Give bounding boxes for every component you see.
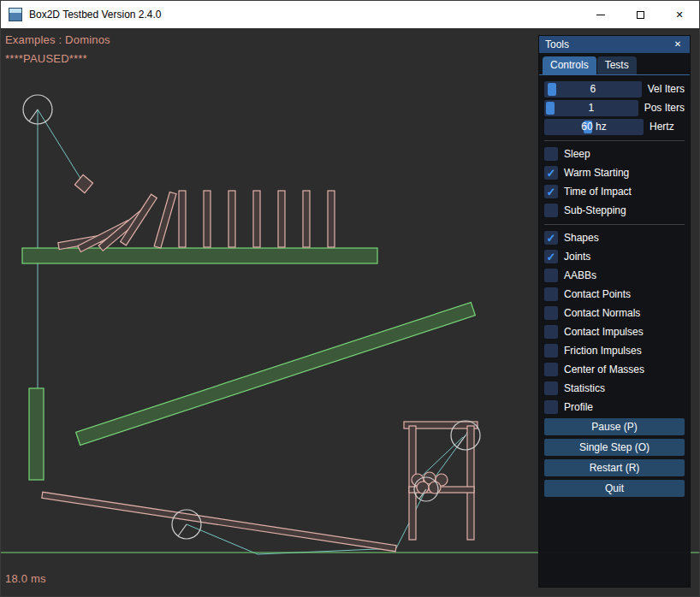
checkbox-center-of-masses[interactable]: ✓ Center of Masses [544, 361, 685, 378]
domino[interactable] [253, 191, 260, 247]
app-window: Box2D Testbed Version 2.4.0 ✕ [0, 0, 700, 597]
panel-title: Tools [545, 38, 569, 50]
quit-button[interactable]: Quit [544, 480, 685, 497]
ball[interactable] [429, 482, 441, 494]
restart-button[interactable]: Restart (R) [544, 459, 685, 476]
titlebar[interactable]: Box2D Testbed Version 2.4.0 ✕ [1, 1, 699, 28]
checkbox-contact-points[interactable]: ✓ Contact Points [544, 286, 685, 303]
domino[interactable] [228, 191, 235, 247]
tab-controls[interactable]: Controls [543, 56, 596, 74]
checkbox-box: ✓ [544, 185, 558, 198]
platform-shelf [22, 248, 377, 263]
pos-iters-value: 1 [544, 100, 638, 116]
domino[interactable] [303, 191, 310, 247]
checkbox-label: Contact Normals [564, 307, 640, 319]
checkbox-box: ✓ [544, 381, 558, 395]
vel-iters-slider[interactable]: 6 [544, 81, 642, 98]
checkbox-label: Sub-Stepping [564, 204, 626, 216]
seesaw-plank[interactable] [42, 492, 396, 551]
checkbox-contact-impulses[interactable]: ✓ Contact Impulses [544, 323, 685, 340]
tools-panel-header[interactable]: Tools ✕ [539, 36, 690, 53]
checkbox-label: Sleep [564, 148, 590, 160]
checkbox-profile[interactable]: ✓ Profile [544, 399, 685, 416]
hertz-label: Hertz [650, 121, 674, 133]
frame-right-post[interactable] [467, 426, 474, 540]
checkbox-aabbs[interactable]: ✓ AABBs [544, 267, 685, 284]
checkbox-label: Friction Impulses [564, 345, 642, 357]
checkbox-shapes[interactable]: ✓ Shapes [544, 229, 685, 246]
checkbox-label: AABBs [564, 269, 596, 281]
pos-iters-slider[interactable]: 1 [544, 100, 638, 116]
checkbox-label: Time of Impact [564, 186, 632, 198]
vertical-block [29, 388, 44, 480]
domino-fallen[interactable] [121, 194, 157, 245]
paused-status: ****PAUSED**** [5, 52, 87, 65]
checkbox-box: ✓ [544, 269, 558, 282]
domino[interactable] [328, 191, 335, 247]
simulation-canvas[interactable]: Examples : Dominos ****PAUSED**** 18.0 m… [1, 28, 699, 596]
single-step-button[interactable]: Single Step (O) [544, 439, 685, 456]
checkbox-label: Center of Masses [564, 364, 644, 375]
checkbox-label: Contact Impulses [564, 326, 644, 338]
close-icon: ✕ [675, 10, 683, 20]
checkbox-box: ✓ [544, 287, 558, 301]
check-icon: ✓ [547, 168, 556, 179]
checkbox-label: Joints [564, 251, 590, 263]
domino[interactable] [204, 191, 211, 247]
hertz-slider[interactable]: 60 hz [544, 119, 644, 135]
checkbox-friction-impulses[interactable]: ✓ Friction Impulses [544, 342, 685, 359]
close-button[interactable]: ✕ [660, 1, 699, 28]
vel-iters-row: 6 Vel Iters [544, 80, 685, 98]
separator [544, 140, 685, 141]
hertz-value: 60 hz [544, 119, 644, 135]
pos-iters-label: Pos Iters [644, 102, 685, 114]
maximize-button[interactable] [620, 1, 660, 28]
tools-panel: Tools ✕ Controls Tests 6 Vel Iters [538, 35, 691, 588]
checkbox-box: ✓ [544, 250, 558, 263]
check-icon: ✓ [547, 251, 556, 263]
ball[interactable] [417, 482, 429, 494]
checkbox-warm-starting[interactable]: ✓ Warm Starting [544, 164, 685, 181]
checkbox-joints[interactable]: ✓ Joints [544, 248, 685, 265]
checkbox-label: Shapes [564, 232, 599, 244]
checkbox-box: ✓ [544, 231, 558, 245]
minimize-button[interactable] [581, 1, 620, 28]
checkbox-box: ✓ [544, 363, 558, 376]
domino[interactable] [278, 191, 285, 247]
checkbox-statistics[interactable]: ✓ Statistics [544, 380, 685, 397]
app-icon [9, 8, 22, 21]
checkbox-box: ✓ [544, 204, 558, 217]
vel-iters-label: Vel Iters [648, 83, 685, 95]
checkbox-box: ✓ [544, 306, 558, 320]
checkbox-sleep[interactable]: ✓ Sleep [544, 145, 685, 163]
window-controls: ✕ [581, 1, 699, 28]
roller-circle-axis [178, 524, 187, 536]
checkbox-label: Profile [564, 401, 593, 413]
checkbox-time-of-impact[interactable]: ✓ Time of Impact [544, 183, 685, 200]
check-icon: ✓ [547, 233, 556, 244]
tools-panel-body: 6 Vel Iters 1 Pos Iters 60 hz [539, 75, 690, 587]
hertz-row: 60 hz Hertz [544, 118, 685, 135]
checkbox-box: ✓ [544, 400, 558, 414]
checkbox-box: ✓ [544, 166, 558, 180]
domino[interactable] [179, 191, 186, 247]
checkbox-box: ✓ [544, 325, 558, 339]
minimize-icon [596, 15, 605, 15]
checkbox-contact-normals[interactable]: ✓ Contact Normals [544, 304, 685, 322]
domino-leaning[interactable] [154, 192, 176, 248]
window-title: Box2D Testbed Version 2.4.0 [29, 9, 581, 21]
pivot-circle-axis [29, 109, 38, 121]
maximize-icon [637, 11, 644, 19]
frame-time: 18.0 ms [5, 572, 46, 585]
panel-close-icon[interactable]: ✕ [672, 38, 684, 50]
checkbox-sub-stepping[interactable]: ✓ Sub-Stepping [544, 202, 685, 219]
checkbox-label: Contact Points [564, 288, 631, 300]
tab-tests[interactable]: Tests [597, 56, 637, 74]
pendulum-bob[interactable] [74, 174, 92, 192]
pause-button[interactable]: Pause (P) [544, 418, 685, 435]
checkbox-label: Statistics [564, 382, 605, 394]
checkbox-box: ✓ [544, 147, 558, 161]
dynamic-bodies[interactable] [42, 174, 478, 551]
vel-iters-value: 6 [544, 81, 642, 98]
check-icon: ✓ [547, 186, 556, 198]
